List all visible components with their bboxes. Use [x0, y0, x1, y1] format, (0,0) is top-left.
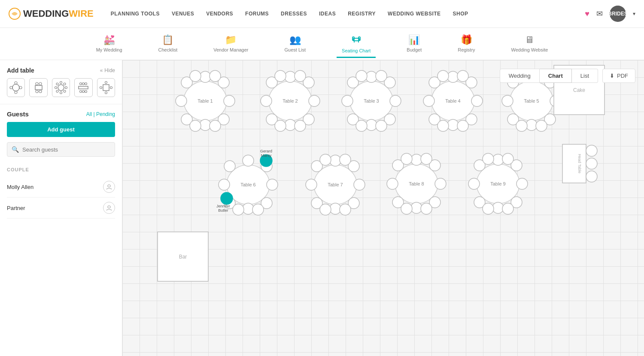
svg-point-94	[457, 120, 468, 131]
pending-filter[interactable]: Pending	[96, 111, 115, 117]
svg-point-70	[366, 119, 377, 131]
svg-text:Marsy: Marsy	[261, 153, 272, 158]
head-table[interactable]: Head Table	[562, 144, 597, 183]
table-7[interactable]: Table 7	[306, 154, 365, 215]
svg-point-85	[423, 95, 434, 106]
guest-item-partner: Partner	[7, 198, 115, 219]
svg-point-170	[502, 203, 513, 214]
svg-point-57	[261, 95, 272, 106]
add-guest-button[interactable]: Add guest	[7, 122, 115, 137]
nav-venues[interactable]: VENUES	[172, 11, 194, 17]
avatar[interactable]: BRIDES	[610, 6, 626, 22]
svg-text:Table 7: Table 7	[328, 182, 343, 187]
svg-point-114	[243, 203, 254, 214]
nav-vendors[interactable]: VENDORS	[206, 11, 233, 17]
nav-registry[interactable]: REGISTRY	[348, 11, 376, 17]
nav-ideas[interactable]: IDEAS	[319, 11, 336, 17]
guest-name-molly: Molly Allen	[7, 184, 33, 190]
svg-point-26	[80, 83, 82, 85]
search-input[interactable]	[22, 146, 110, 153]
nav-dresses[interactable]: DRESSES	[281, 11, 307, 17]
long-table-shape[interactable]	[74, 78, 92, 97]
nav-checklist-label: Checklist	[158, 47, 178, 52]
heart-icon[interactable]: ♥	[585, 9, 589, 18]
table-9[interactable]: Table 9	[468, 153, 528, 214]
svg-point-63	[275, 70, 286, 82]
svg-point-126	[221, 192, 233, 204]
wedding-view-button[interactable]: Wedding	[500, 69, 540, 83]
chart-view-button[interactable]: Chart	[540, 69, 572, 83]
nav-guest-list[interactable]: 👥 Guest List	[279, 31, 311, 57]
list-view-button[interactable]: List	[572, 69, 598, 83]
svg-point-168	[502, 153, 513, 164]
svg-point-162	[516, 178, 528, 189]
guest-list-icon: 👥	[289, 34, 301, 46]
mail-icon[interactable]: ✉	[596, 9, 603, 18]
rect-table-shape[interactable]	[29, 78, 47, 97]
add-table-label: Add table	[7, 67, 34, 74]
table-1[interactable]: Table 1	[176, 70, 235, 131]
table-4[interactable]: Table 4	[423, 70, 483, 131]
svg-point-37	[108, 185, 110, 187]
seating-canvas[interactable]: Table 1	[122, 60, 644, 356]
svg-point-80	[376, 120, 387, 131]
svg-point-77	[356, 70, 367, 82]
svg-point-108	[536, 120, 547, 131]
guest-avatar-partner[interactable]	[103, 202, 115, 214]
svg-point-134	[354, 179, 365, 190]
svg-point-113	[243, 155, 254, 166]
svg-point-16	[58, 85, 64, 91]
all-filter[interactable]: All	[86, 111, 92, 117]
svg-point-156	[421, 203, 432, 214]
hide-button[interactable]: « Hide	[100, 67, 115, 73]
chevron-down-icon[interactable]: ▾	[633, 11, 635, 17]
table-2[interactable]: Table 2	[261, 70, 320, 131]
guest-avatar-molly[interactable]	[103, 181, 115, 193]
nav-planning-tools[interactable]: PLANNING TOOLS	[111, 11, 160, 17]
logo[interactable]: WEDDINGWIRE	[9, 8, 94, 20]
square-table-shape[interactable]	[97, 78, 115, 97]
nav-wedding-website[interactable]: WEDDING WEBSITE	[388, 11, 441, 17]
svg-point-132	[330, 203, 341, 214]
nav-wedding-website[interactable]: 🖥 Wedding Website	[506, 31, 553, 57]
svg-point-159	[492, 154, 504, 165]
svg-point-8	[15, 91, 17, 94]
svg-point-34	[105, 92, 107, 94]
table-6[interactable]: Table 6 Gerard Marsy	[216, 149, 278, 215]
svg-point-23	[56, 90, 58, 92]
nav-checklist[interactable]: 📋 Checklist	[153, 31, 183, 57]
nav-shop[interactable]: SHOP	[453, 11, 468, 17]
nav-vendor-manager[interactable]: 📁 Vendor Manager	[208, 31, 253, 57]
nav-budget[interactable]: 📊 Budget	[401, 31, 427, 57]
svg-point-7	[15, 82, 17, 84]
pdf-button[interactable]: ⬇ PDF	[602, 69, 635, 83]
svg-point-18	[60, 92, 62, 94]
svg-text:Table 9: Table 9	[490, 181, 505, 186]
seating-svg: Table 1	[122, 60, 644, 356]
svg-point-58	[309, 95, 320, 106]
gear-table-shape[interactable]	[52, 78, 70, 97]
svg-point-43	[176, 95, 187, 106]
bar-table[interactable]: Bar	[158, 232, 208, 281]
svg-point-33	[105, 82, 107, 84]
nav-my-wedding[interactable]: 💒 My Wedding	[91, 31, 128, 57]
svg-point-30	[82, 91, 85, 93]
svg-point-154	[421, 153, 432, 164]
table-8[interactable]: Table 8	[387, 153, 446, 214]
svg-point-91	[437, 70, 449, 82]
nav-registry[interactable]: 🎁 Registry	[453, 31, 480, 57]
wedding-icon: 💒	[103, 34, 115, 46]
nav-seating-chart[interactable]: Seating Chart	[337, 30, 376, 58]
nav-forums[interactable]: FORUMS	[245, 11, 269, 17]
svg-point-99	[502, 95, 513, 106]
table-3[interactable]: Table 3	[342, 70, 401, 131]
svg-point-147	[387, 178, 398, 189]
left-sidebar: Add table « Hide	[0, 60, 122, 356]
nav-my-wedding-label: My Wedding	[96, 47, 122, 52]
svg-point-71	[342, 95, 353, 106]
svg-point-140	[340, 154, 351, 165]
round-table-shape[interactable]	[7, 78, 25, 97]
vendor-icon: 📁	[225, 34, 237, 46]
top-navigation: WEDDINGWIRE PLANNING TOOLS VENUES VENDOR…	[0, 0, 644, 28]
svg-point-13	[39, 82, 42, 85]
